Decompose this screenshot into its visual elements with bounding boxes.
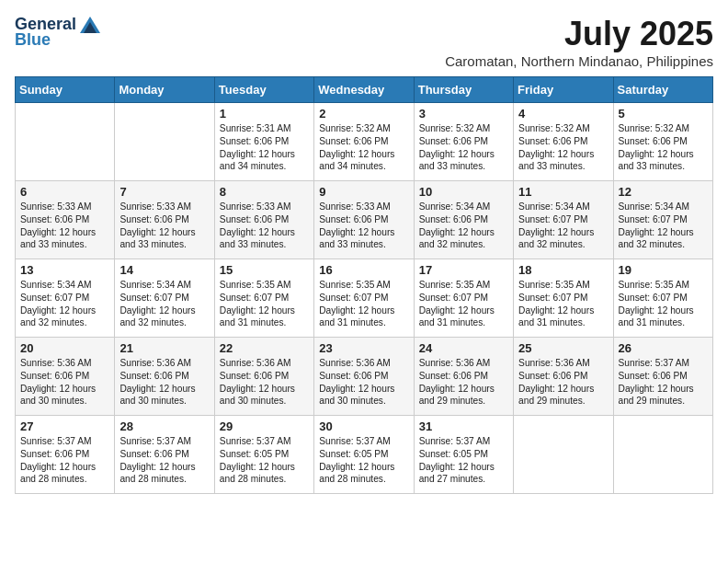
cell-content: Sunrise: 5:35 AM Sunset: 6:07 PM Dayligh…	[518, 279, 608, 329]
day-number: 27	[20, 419, 109, 433]
weekday-header-monday: Monday	[115, 77, 214, 103]
logo: General Blue	[15, 15, 100, 50]
day-number: 26	[619, 341, 708, 355]
calendar-cell: 9Sunrise: 5:33 AM Sunset: 6:06 PM Daylig…	[314, 181, 414, 259]
day-number: 14	[119, 263, 209, 277]
calendar-cell: 17Sunrise: 5:35 AM Sunset: 6:07 PM Dayli…	[414, 259, 513, 338]
cell-content: Sunrise: 5:36 AM Sunset: 6:06 PM Dayligh…	[518, 357, 608, 408]
cell-content: Sunrise: 5:35 AM Sunset: 6:07 PM Dayligh…	[220, 279, 309, 329]
day-number: 24	[419, 341, 508, 355]
calendar-cell	[514, 416, 613, 494]
cell-content: Sunrise: 5:32 AM Sunset: 6:06 PM Dayligh…	[319, 122, 408, 173]
day-number: 29	[220, 419, 309, 433]
day-number: 20	[20, 341, 109, 355]
calendar-cell: 5Sunrise: 5:32 AM Sunset: 6:06 PM Daylig…	[613, 103, 712, 181]
calendar-cell: 8Sunrise: 5:33 AM Sunset: 6:06 PM Daylig…	[214, 181, 313, 259]
day-number: 28	[119, 419, 209, 433]
calendar-cell: 25Sunrise: 5:36 AM Sunset: 6:06 PM Dayli…	[514, 338, 613, 416]
cell-content: Sunrise: 5:36 AM Sunset: 6:06 PM Dayligh…	[220, 357, 309, 408]
month-year: July 2025	[445, 15, 713, 53]
title-section: July 2025 Caromatan, Northern Mindanao, …	[445, 15, 713, 69]
cell-content: Sunrise: 5:32 AM Sunset: 6:06 PM Dayligh…	[518, 122, 608, 173]
cell-content: Sunrise: 5:37 AM Sunset: 6:06 PM Dayligh…	[20, 435, 109, 486]
cell-content: Sunrise: 5:36 AM Sunset: 6:06 PM Dayligh…	[119, 357, 209, 408]
weekday-header-thursday: Thursday	[414, 77, 513, 103]
day-number: 7	[119, 185, 209, 199]
calendar-cell	[16, 103, 115, 181]
weekday-header-row: SundayMondayTuesdayWednesdayThursdayFrid…	[16, 77, 713, 103]
calendar-cell: 26Sunrise: 5:37 AM Sunset: 6:06 PM Dayli…	[613, 338, 712, 416]
logo-icon	[80, 17, 100, 33]
week-row-5: 27Sunrise: 5:37 AM Sunset: 6:06 PM Dayli…	[16, 416, 713, 494]
day-number: 10	[419, 185, 508, 199]
calendar-table: SundayMondayTuesdayWednesdayThursdayFrid…	[15, 76, 713, 494]
calendar-cell: 22Sunrise: 5:36 AM Sunset: 6:06 PM Dayli…	[214, 338, 313, 416]
calendar-cell: 27Sunrise: 5:37 AM Sunset: 6:06 PM Dayli…	[16, 416, 115, 494]
calendar-cell: 2Sunrise: 5:32 AM Sunset: 6:06 PM Daylig…	[314, 103, 414, 181]
header: General Blue July 2025 Caromatan, Northe…	[15, 15, 713, 69]
calendar-cell: 15Sunrise: 5:35 AM Sunset: 6:07 PM Dayli…	[214, 259, 313, 338]
day-number: 9	[319, 185, 408, 199]
cell-content: Sunrise: 5:31 AM Sunset: 6:06 PM Dayligh…	[220, 122, 309, 173]
calendar-cell: 10Sunrise: 5:34 AM Sunset: 6:06 PM Dayli…	[414, 181, 513, 259]
calendar-cell: 7Sunrise: 5:33 AM Sunset: 6:06 PM Daylig…	[115, 181, 214, 259]
calendar-cell: 28Sunrise: 5:37 AM Sunset: 6:06 PM Dayli…	[115, 416, 214, 494]
weekday-header-wednesday: Wednesday	[314, 77, 414, 103]
day-number: 1	[220, 107, 309, 121]
day-number: 12	[619, 185, 708, 199]
day-number: 25	[518, 341, 608, 355]
week-row-2: 6Sunrise: 5:33 AM Sunset: 6:06 PM Daylig…	[16, 181, 713, 259]
calendar-cell: 29Sunrise: 5:37 AM Sunset: 6:05 PM Dayli…	[214, 416, 313, 494]
calendar-cell	[613, 416, 712, 494]
cell-content: Sunrise: 5:37 AM Sunset: 6:05 PM Dayligh…	[419, 435, 508, 486]
calendar-cell: 19Sunrise: 5:35 AM Sunset: 6:07 PM Dayli…	[613, 259, 712, 338]
cell-content: Sunrise: 5:36 AM Sunset: 6:06 PM Dayligh…	[419, 357, 508, 408]
calendar-cell: 30Sunrise: 5:37 AM Sunset: 6:05 PM Dayli…	[314, 416, 414, 494]
calendar-cell: 3Sunrise: 5:32 AM Sunset: 6:06 PM Daylig…	[414, 103, 513, 181]
calendar-cell: 12Sunrise: 5:34 AM Sunset: 6:07 PM Dayli…	[613, 181, 712, 259]
logo-blue-text: Blue	[15, 30, 51, 50]
day-number: 22	[220, 341, 309, 355]
day-number: 17	[419, 263, 508, 277]
cell-content: Sunrise: 5:32 AM Sunset: 6:06 PM Dayligh…	[619, 122, 708, 173]
week-row-4: 20Sunrise: 5:36 AM Sunset: 6:06 PM Dayli…	[16, 338, 713, 416]
day-number: 2	[319, 107, 408, 121]
day-number: 30	[319, 419, 408, 433]
cell-content: Sunrise: 5:35 AM Sunset: 6:07 PM Dayligh…	[319, 279, 408, 329]
cell-content: Sunrise: 5:34 AM Sunset: 6:07 PM Dayligh…	[119, 279, 209, 329]
day-number: 11	[518, 185, 608, 199]
day-number: 19	[619, 263, 708, 277]
cell-content: Sunrise: 5:37 AM Sunset: 6:06 PM Dayligh…	[119, 435, 209, 486]
calendar-cell: 1Sunrise: 5:31 AM Sunset: 6:06 PM Daylig…	[214, 103, 313, 181]
cell-content: Sunrise: 5:37 AM Sunset: 6:06 PM Dayligh…	[619, 357, 708, 408]
day-number: 5	[619, 107, 708, 121]
calendar-cell: 13Sunrise: 5:34 AM Sunset: 6:07 PM Dayli…	[16, 259, 115, 338]
day-number: 16	[319, 263, 408, 277]
calendar-cell: 31Sunrise: 5:37 AM Sunset: 6:05 PM Dayli…	[414, 416, 513, 494]
cell-content: Sunrise: 5:32 AM Sunset: 6:06 PM Dayligh…	[419, 122, 508, 173]
calendar-cell: 11Sunrise: 5:34 AM Sunset: 6:07 PM Dayli…	[514, 181, 613, 259]
location: Caromatan, Northern Mindanao, Philippine…	[445, 53, 713, 69]
cell-content: Sunrise: 5:34 AM Sunset: 6:07 PM Dayligh…	[619, 201, 708, 251]
calendar-cell: 6Sunrise: 5:33 AM Sunset: 6:06 PM Daylig…	[16, 181, 115, 259]
weekday-header-sunday: Sunday	[16, 77, 115, 103]
week-row-1: 1Sunrise: 5:31 AM Sunset: 6:06 PM Daylig…	[16, 103, 713, 181]
cell-content: Sunrise: 5:34 AM Sunset: 6:07 PM Dayligh…	[20, 279, 109, 329]
weekday-header-tuesday: Tuesday	[214, 77, 313, 103]
calendar-cell: 21Sunrise: 5:36 AM Sunset: 6:06 PM Dayli…	[115, 338, 214, 416]
calendar-cell: 24Sunrise: 5:36 AM Sunset: 6:06 PM Dayli…	[414, 338, 513, 416]
calendar-cell: 16Sunrise: 5:35 AM Sunset: 6:07 PM Dayli…	[314, 259, 414, 338]
calendar-cell: 14Sunrise: 5:34 AM Sunset: 6:07 PM Dayli…	[115, 259, 214, 338]
day-number: 18	[518, 263, 608, 277]
cell-content: Sunrise: 5:37 AM Sunset: 6:05 PM Dayligh…	[220, 435, 309, 486]
cell-content: Sunrise: 5:36 AM Sunset: 6:06 PM Dayligh…	[319, 357, 408, 408]
cell-content: Sunrise: 5:34 AM Sunset: 6:06 PM Dayligh…	[419, 201, 508, 251]
calendar-cell: 4Sunrise: 5:32 AM Sunset: 6:06 PM Daylig…	[514, 103, 613, 181]
day-number: 15	[220, 263, 309, 277]
cell-content: Sunrise: 5:33 AM Sunset: 6:06 PM Dayligh…	[119, 201, 209, 251]
day-number: 21	[119, 341, 209, 355]
calendar-cell	[115, 103, 214, 181]
cell-content: Sunrise: 5:33 AM Sunset: 6:06 PM Dayligh…	[220, 201, 309, 251]
cell-content: Sunrise: 5:35 AM Sunset: 6:07 PM Dayligh…	[619, 279, 708, 329]
day-number: 3	[419, 107, 508, 121]
